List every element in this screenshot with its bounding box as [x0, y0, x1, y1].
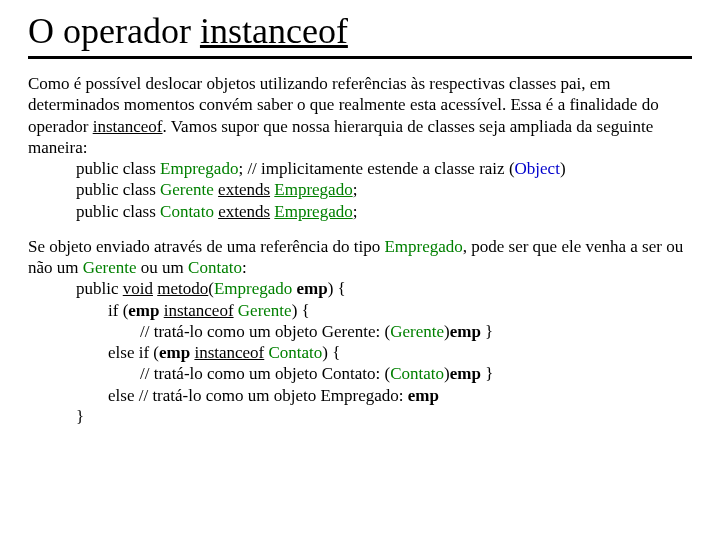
text: public class — [76, 159, 160, 178]
text: // tratá-lo como um objeto Contato: ( — [140, 364, 390, 383]
text: : — [242, 258, 247, 277]
text: ou um — [137, 258, 188, 277]
text: if ( — [108, 301, 128, 320]
text: ) { — [322, 343, 340, 362]
class-name: Contato — [188, 258, 242, 277]
text: else if ( — [108, 343, 159, 362]
method-name: metodo — [157, 279, 208, 298]
class-name: Empregado — [214, 279, 292, 298]
class-object: Object — [515, 159, 560, 178]
text: ; — [353, 180, 358, 199]
title-keyword: instanceof — [200, 11, 348, 51]
text: ) { — [292, 301, 310, 320]
method-line-2: if (emp instanceof Gerente) { — [28, 300, 692, 321]
slide-title: O operador instanceof — [28, 10, 692, 59]
text: ; — [353, 202, 358, 221]
paragraph-1: Como é possível deslocar objetos utiliza… — [28, 73, 692, 158]
var-emp: emp — [450, 322, 481, 341]
text: else // tratá-lo como um objeto Empregad… — [108, 386, 408, 405]
keyword-instanceof: instanceof — [93, 117, 163, 136]
paragraph-2: Se objeto enviado através de uma referên… — [28, 236, 692, 279]
title-text: O operador — [28, 11, 200, 51]
var-emp: emp — [450, 364, 481, 383]
slide-body: Como é possível deslocar objetos utiliza… — [28, 73, 692, 427]
class-name: Contato — [269, 343, 323, 362]
keyword-instanceof: instanceof — [194, 343, 264, 362]
code-line-3: public class Contato extends Empregado; — [28, 201, 692, 222]
keyword-void: void — [123, 279, 153, 298]
class-name: Empregado — [274, 202, 352, 221]
code-line-2: public class Gerente extends Empregado; — [28, 179, 692, 200]
text: public class — [76, 202, 160, 221]
method-line-4: else if (emp instanceof Contato) { — [28, 342, 692, 363]
text: public — [76, 279, 123, 298]
text: Se objeto enviado através de uma referên… — [28, 237, 384, 256]
method-line-6: else // tratá-lo como um objeto Empregad… — [28, 385, 692, 406]
keyword-extends: extends — [218, 180, 270, 199]
class-name: Gerente — [390, 322, 444, 341]
text: ; // implicitamente estende a classe rai… — [238, 159, 514, 178]
class-name: Empregado — [384, 237, 462, 256]
class-name: Gerente — [238, 301, 292, 320]
var-emp: emp — [128, 301, 159, 320]
method-line-1: public void metodo(Empregado emp) { — [28, 278, 692, 299]
var-emp: emp — [297, 279, 328, 298]
class-name: Empregado — [274, 180, 352, 199]
method-line-5: // tratá-lo como um objeto Contato: (Con… — [28, 363, 692, 384]
var-emp: emp — [159, 343, 190, 362]
text: ) — [560, 159, 566, 178]
keyword-instanceof: instanceof — [164, 301, 234, 320]
text: } — [481, 364, 493, 383]
code-line-1: public class Empregado; // implicitament… — [28, 158, 692, 179]
class-name: Empregado — [160, 159, 238, 178]
slide: O operador instanceof Como é possível de… — [0, 0, 720, 427]
text: } — [481, 322, 493, 341]
var-emp: emp — [408, 386, 439, 405]
method-line-7: } — [28, 406, 692, 427]
text: // tratá-lo como um objeto Gerente: ( — [140, 322, 390, 341]
class-name: Gerente — [83, 258, 137, 277]
class-name: Gerente — [160, 180, 214, 199]
class-name: Contato — [160, 202, 214, 221]
keyword-extends: extends — [218, 202, 270, 221]
text: public class — [76, 180, 160, 199]
class-name: Contato — [390, 364, 444, 383]
spacer — [28, 222, 692, 236]
method-line-3: // tratá-lo como um objeto Gerente: (Ger… — [28, 321, 692, 342]
text: ) { — [328, 279, 346, 298]
